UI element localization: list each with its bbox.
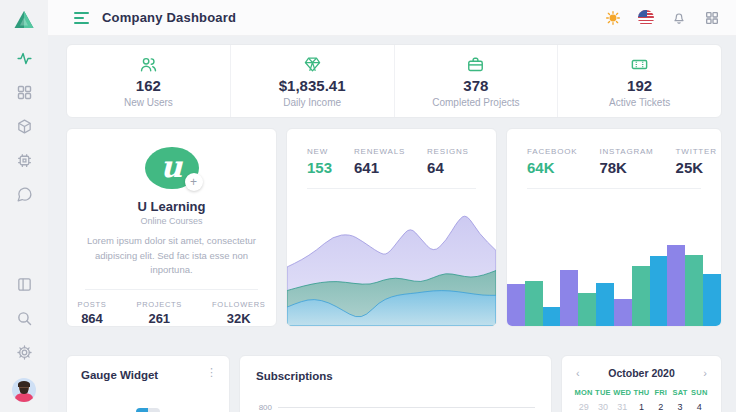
sidebar-bottom: [12, 276, 36, 402]
chevron-left-icon[interactable]: ‹: [574, 367, 582, 379]
profile-stat-label: FOLLOWERS: [212, 300, 265, 309]
bar: [578, 293, 596, 326]
stat-label: Active Tickets: [609, 97, 670, 108]
bar: [650, 256, 668, 326]
user-avatar[interactable]: [12, 378, 36, 402]
stat-completed-projects[interactable]: 378 Completed Projects: [394, 45, 558, 117]
bar: [614, 299, 632, 326]
profile-avatar: u +: [145, 147, 199, 189]
stat-label: Daily Income: [283, 97, 341, 108]
briefcase-icon: [466, 55, 485, 74]
stat-value: 192: [627, 77, 652, 94]
calendar-date[interactable]: 4: [690, 402, 709, 412]
profile-stat-projects: PROJECTS 261: [136, 300, 182, 326]
sidebar: [0, 0, 48, 412]
stat-value: $1,835.41: [279, 77, 346, 94]
gauge-widget-card: Gauge Widget ⋮: [66, 355, 230, 412]
profile-subtitle: Online Courses: [140, 216, 202, 226]
day-header: MON: [574, 388, 593, 397]
gauge-card-title: Gauge Widget: [81, 369, 215, 381]
menu-icon[interactable]: [74, 12, 90, 24]
search-icon[interactable]: [16, 310, 33, 327]
mini-stat-label: TWITTER: [676, 147, 717, 156]
calendar-date[interactable]: 29: [574, 402, 593, 412]
chevron-right-icon[interactable]: ›: [701, 367, 709, 379]
mini-stat-value: 25K: [676, 159, 717, 176]
us-flag-icon[interactable]: [638, 10, 654, 26]
divider: [307, 188, 476, 189]
mini-stat-label: RESIGNS: [427, 147, 469, 156]
divider: [85, 289, 258, 290]
dashboard-grid-icon[interactable]: [16, 84, 33, 101]
mini-stat-value: 153: [307, 159, 332, 176]
bar: [543, 307, 561, 326]
sun-icon[interactable]: [605, 10, 621, 26]
profile-stat-value: 864: [78, 311, 107, 326]
header-actions: [605, 10, 720, 26]
calendar-date[interactable]: 1: [632, 402, 651, 412]
bar: [703, 274, 721, 326]
app-logo[interactable]: [12, 8, 36, 32]
gridline: [278, 407, 535, 408]
profile-stat-followers: FOLLOWERS 32K: [212, 300, 265, 326]
add-follow-button[interactable]: +: [185, 173, 203, 191]
day-header: SUN: [690, 388, 709, 397]
stats-summary-card: 162 New Users $1,835.41 Daily Income 378…: [66, 44, 722, 118]
profile-name: U Learning: [138, 199, 206, 214]
calendar-date[interactable]: 3: [670, 402, 689, 412]
diamond-icon: [303, 55, 322, 74]
mini-stat-label: FACEBOOK: [527, 147, 577, 156]
cpu-icon[interactable]: [16, 152, 33, 169]
sidebar-nav: [16, 50, 33, 203]
profile-stat-posts: POSTS 864: [78, 300, 107, 326]
mini-stat-value: 64K: [527, 159, 577, 176]
stat-new: NEW 153: [307, 147, 332, 176]
calendar-date[interactable]: 31: [613, 402, 632, 412]
mini-stat-label: RENEWALS: [354, 147, 405, 156]
day-header: SAT: [670, 388, 689, 397]
chat-icon[interactable]: [16, 186, 33, 203]
bell-icon[interactable]: [671, 10, 687, 26]
profile-card: u + U Learning Online Courses Lorem ipsu…: [66, 128, 277, 327]
subscriptions-card: Subscriptions 800: [239, 355, 552, 412]
profile-stat-label: POSTS: [78, 300, 107, 309]
social-bar-chart: [507, 236, 721, 326]
bar: [507, 284, 525, 326]
gear-icon[interactable]: [16, 344, 33, 361]
calendar-day-headers: MON TUE WED THU FRI SAT SUN: [574, 388, 709, 397]
stat-daily-income[interactable]: $1,835.41 Daily Income: [230, 45, 394, 117]
profile-stat-label: PROJECTS: [136, 300, 182, 309]
stat-active-tickets[interactable]: 192 Active Tickets: [557, 45, 721, 117]
bar: [667, 245, 685, 326]
y-axis-tick: 800: [256, 403, 278, 412]
mini-stat-value: 78K: [599, 159, 653, 176]
stat-instagram: INSTAGRAM 78K: [599, 147, 653, 176]
calendar-nav: ‹ October 2020 ›: [574, 367, 709, 379]
stat-new-users[interactable]: 162 New Users: [67, 45, 230, 117]
stat-label: New Users: [124, 97, 173, 108]
stat-label: Completed Projects: [432, 97, 519, 108]
kebab-menu-icon[interactable]: ⋮: [206, 367, 217, 378]
profile-stat-value: 32K: [212, 311, 265, 326]
mini-stat-label: INSTAGRAM: [599, 147, 653, 156]
cube-icon[interactable]: [16, 118, 33, 135]
apps-grid-icon[interactable]: [704, 10, 720, 26]
ticket-icon: [630, 55, 649, 74]
bar: [560, 270, 578, 326]
calendar-date[interactable]: 2: [651, 402, 670, 412]
layout-icon[interactable]: [16, 276, 33, 293]
subscriptions-card-title: Subscriptions: [256, 370, 535, 382]
day-header: TUE: [593, 388, 612, 397]
profile-description: Lorem ipsum dolor sit amet, consectetur …: [67, 234, 276, 277]
stat-value: 378: [463, 77, 488, 94]
subscribers-card: NEW 153 RENEWALS 641 RESIGNS 64: [286, 128, 497, 327]
subscribers-stats: NEW 153 RENEWALS 641 RESIGNS 64: [287, 129, 496, 176]
divider: [527, 188, 701, 189]
profile-stat-value: 261: [136, 311, 182, 326]
calendar-dates-row: 29 30 31 1 2 3 4: [574, 402, 709, 412]
calendar-date[interactable]: 30: [593, 402, 612, 412]
social-followers-card: FACEBOOK 64K INSTAGRAM 78K TWITTER 25K: [506, 128, 722, 327]
stat-renewals: RENEWALS 641: [354, 147, 405, 176]
day-header: THU: [632, 388, 651, 397]
activity-icon[interactable]: [16, 50, 33, 67]
